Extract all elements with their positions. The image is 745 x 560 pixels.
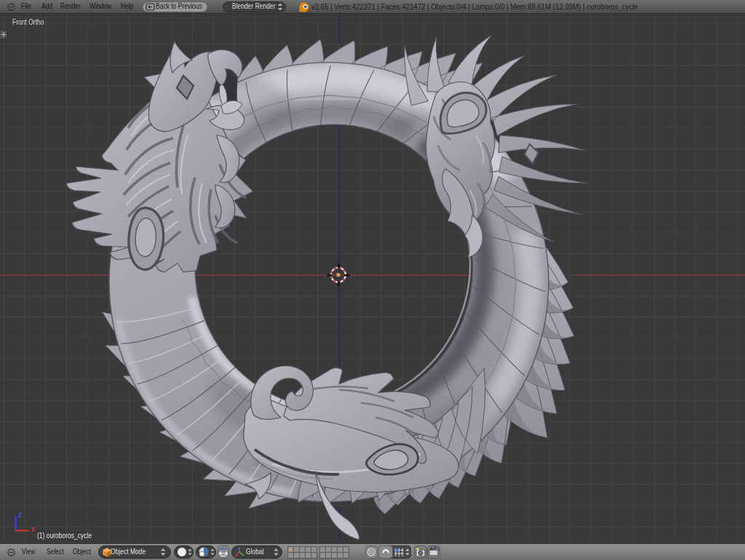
svg-text:z: z	[18, 511, 22, 519]
svg-text:x: x	[31, 525, 35, 533]
